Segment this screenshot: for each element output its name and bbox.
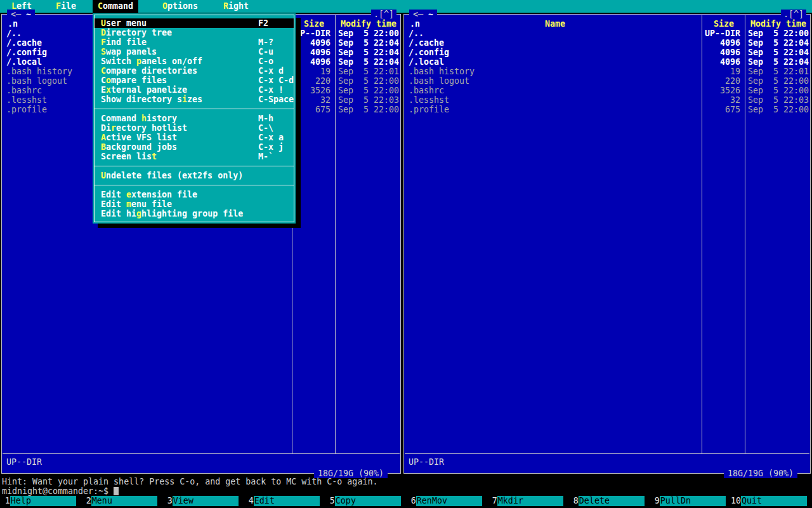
panel-resize-arrow-icon: <─ xyxy=(11,10,26,19)
label-pre: Edit xyxy=(101,190,126,199)
column-header-mtime[interactable]: Modify time xyxy=(338,19,399,29)
shell-prompt-text: midnight@commander:~$ xyxy=(2,486,108,496)
file-row[interactable]: .lesshst32Sep 5 22:03 xyxy=(405,95,809,105)
menu-separator xyxy=(95,180,294,190)
menu-item-active-vfs-list[interactable]: Active VFS listC-x a xyxy=(95,133,294,142)
function-keybar: 1Help2Menu3View4Edit5Copy6RenMov7Mkdir8D… xyxy=(0,496,812,506)
label-hotkey: C xyxy=(98,1,103,11)
menu-item-shortcut: C-o xyxy=(258,57,273,66)
file-row[interactable]: /.cache4096Sep 5 22:04 xyxy=(405,38,809,48)
fkey-6-renmov[interactable]: 6RenMov xyxy=(406,496,487,506)
label-post: ommand xyxy=(103,1,133,11)
fkey-7-mkdir[interactable]: 7Mkdir xyxy=(487,496,568,506)
file-name: /.cache xyxy=(405,38,702,48)
hint-line: Hint: Want your plain shell? Press C-o, … xyxy=(2,477,377,486)
label-hotkey: O xyxy=(162,1,167,11)
file-mtime: Sep 5 22:00 xyxy=(336,105,399,114)
file-size: 4096 xyxy=(702,57,740,67)
label-pre: C xyxy=(101,76,106,85)
fkey-5-copy[interactable]: 5Copy xyxy=(325,496,406,506)
fkey-2-menu[interactable]: 2Menu xyxy=(81,496,162,506)
menu-item-swap-panels[interactable]: Swap panelsC-u xyxy=(95,47,294,57)
label-hotkey: m xyxy=(126,199,131,209)
menubar-item-command[interactable]: Command xyxy=(93,0,138,13)
menubar-item-options[interactable]: Options xyxy=(157,0,203,13)
mc-screen: LeftFileCommandOptionsRight <─ ~.[^].nNa… xyxy=(0,0,812,508)
ministatus-separator xyxy=(405,453,809,454)
label-hotkey: x xyxy=(106,85,111,95)
label-hotkey: R xyxy=(223,1,228,11)
menu-item-directory-hotlist[interactable]: Directory hotlistC-\ xyxy=(95,123,294,133)
menu-item-edit-extension-file[interactable]: Edit extension file xyxy=(95,190,294,199)
menubar-item-right[interactable]: Right xyxy=(218,0,254,13)
file-name: .bash_logout xyxy=(405,76,702,86)
shell-prompt-line[interactable]: midnight@commander:~$ xyxy=(2,486,119,496)
panel-updir-button[interactable]: .[^] xyxy=(781,10,806,19)
column-header-size[interactable]: Size xyxy=(295,19,333,29)
column-divider xyxy=(702,15,702,453)
file-mtime: Sep 5 22:00 xyxy=(745,86,809,95)
label-hotkey: C xyxy=(101,66,106,76)
menu-item-directory-tree[interactable]: Directory tree xyxy=(95,28,294,37)
column-divider xyxy=(335,15,336,453)
menu-item-compare-files[interactable]: Compare filesC-x C-d xyxy=(95,76,294,85)
fkey-label: RenMov xyxy=(416,496,482,506)
fkey-label: Quit xyxy=(741,496,807,506)
menu-item-compare-directories[interactable]: Compare directoriesC-x d xyxy=(95,66,294,76)
fkey-label: Copy xyxy=(335,496,401,506)
panel-path-text: ~ xyxy=(26,10,31,19)
file-mtime: Sep 5 22:04 xyxy=(336,38,399,48)
menu-separator xyxy=(95,161,294,171)
menu-item-background-jobs[interactable]: Background jobsC-x j xyxy=(95,142,294,152)
menu-item-switch-panels-on-off[interactable]: Switch panels on/offC-o xyxy=(95,57,294,66)
file-row[interactable]: /.local4096Sep 5 22:04 xyxy=(405,57,809,67)
menu-item-screen-list[interactable]: Screen listM-` xyxy=(95,152,294,161)
panel-path[interactable]: <─ ~ xyxy=(7,10,35,19)
label-post: ight xyxy=(228,1,249,11)
label-hotkey: g xyxy=(136,209,141,218)
fkey-number: 6 xyxy=(406,496,416,506)
fkey-3-view[interactable]: 3View xyxy=(162,496,244,506)
file-row[interactable]: .bash_logout220Sep 5 22:00 xyxy=(405,76,809,86)
menu-item-external-panelize[interactable]: External panelizeC-x ! xyxy=(95,85,294,95)
menubar-item-file[interactable]: File xyxy=(51,0,81,13)
file-row[interactable]: /.config4096Sep 5 22:04 xyxy=(405,48,809,57)
panel-updir-button[interactable]: .[^] xyxy=(371,10,396,19)
file-row[interactable]: .profile675Sep 5 22:00 xyxy=(405,105,809,114)
menu-item-shortcut: C-Space xyxy=(258,95,294,104)
menu-item-undelete-files-ext2fs-only[interactable]: Undelete files (ext2fs only) xyxy=(95,171,294,180)
file-row[interactable]: /..UP--DIRSep 5 22:00 xyxy=(405,29,809,38)
column-header-name[interactable]: Name xyxy=(405,19,705,29)
fkey-number: 4 xyxy=(244,496,254,506)
column-header-size[interactable]: Size xyxy=(705,19,743,29)
mini-status: UP--DIR xyxy=(409,457,444,467)
label-pre: Edit hi xyxy=(101,209,136,218)
terminal-cursor xyxy=(114,487,119,495)
column-header-mtime[interactable]: Modify time xyxy=(748,19,809,29)
fkey-9-pulldn[interactable]: 9PullDn xyxy=(650,496,731,506)
fkey-4-edit[interactable]: 4Edit xyxy=(244,496,325,506)
fkey-10-quit[interactable]: 10Quit xyxy=(731,496,812,506)
panel-path[interactable]: <─ ~ xyxy=(409,10,437,19)
fkey-8-delete[interactable]: 8Delete xyxy=(568,496,650,506)
file-mtime: Sep 5 22:00 xyxy=(336,29,399,38)
file-row[interactable]: .bash_history19Sep 5 22:01 xyxy=(405,67,809,76)
file-mtime: Sep 5 22:00 xyxy=(336,86,399,95)
menu-item-edit-menu-file[interactable]: Edit menu file xyxy=(95,199,294,209)
menu-item-user-menu[interactable]: User menuF2 xyxy=(95,18,294,28)
fkey-number: 5 xyxy=(325,496,335,506)
panel-path-text: ~ xyxy=(428,10,433,19)
menu-item-show-directory-sizes[interactable]: Show directory sizesC-Space xyxy=(95,95,294,104)
file-mtime: Sep 5 22:00 xyxy=(745,76,809,86)
menu-item-edit-highlighting-group-file[interactable]: Edit highlighting group file xyxy=(95,209,294,218)
menu-item-shortcut: C-x a xyxy=(258,133,284,142)
file-row[interactable]: .bashrc3526Sep 5 22:00 xyxy=(405,86,809,95)
panel-resize-arrow-icon: <─ xyxy=(413,10,428,19)
file-size: 4096 xyxy=(292,57,331,67)
menu-item-find-file[interactable]: Find fileM-? xyxy=(95,37,294,47)
menu-item-command-history[interactable]: Command historyM-h xyxy=(95,114,294,123)
ministatus-separator xyxy=(3,453,400,454)
file-mtime: Sep 5 22:01 xyxy=(745,67,809,76)
menu-item-shortcut: C-u xyxy=(258,47,273,57)
fkey-1-help[interactable]: 1Help xyxy=(0,496,81,506)
